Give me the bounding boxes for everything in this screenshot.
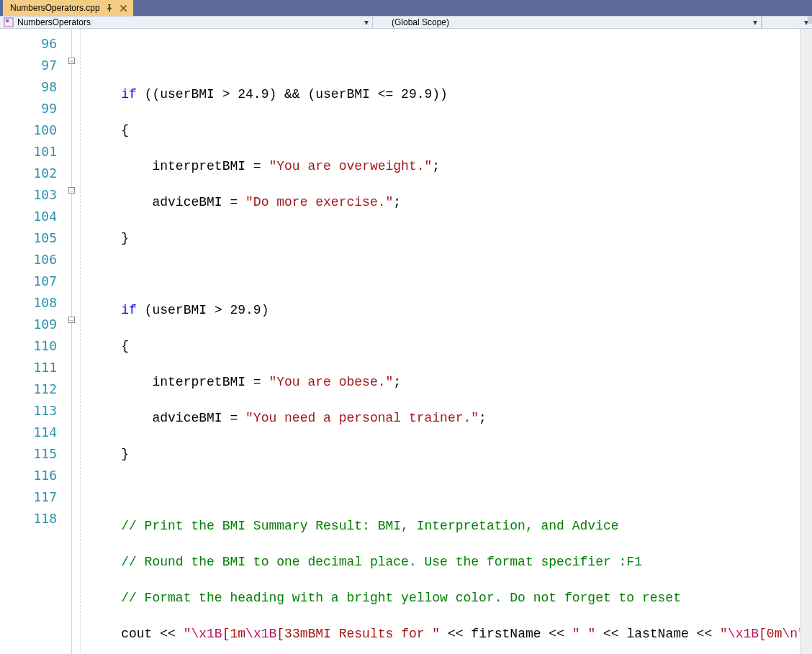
navigation-bar: NumbersOperators ▾ (Global Scope) ▾ ▾ (0, 16, 812, 29)
line-number: 104 (0, 206, 67, 227)
line-number: 115 (0, 443, 67, 465)
code-editor[interactable]: 96 97 98 99 100 101 102 103 104 105 106 … (0, 29, 812, 654)
line-number: 105 (0, 227, 67, 249)
chevron-down-icon: ▾ (749, 17, 761, 27)
close-icon[interactable] (119, 3, 129, 13)
line-number: 99 (0, 98, 67, 119)
fold-toggle[interactable]: – (68, 58, 75, 64)
fold-toggle[interactable]: – (68, 187, 75, 194)
pin-icon[interactable] (104, 3, 114, 13)
class-name: NumbersOperators (17, 17, 91, 27)
vertical-scrollbar[interactable] (800, 29, 812, 654)
line-number: 117 (0, 486, 67, 508)
line-number: 116 (0, 465, 67, 486)
line-number: 106 (0, 249, 67, 271)
scope-dropdown[interactable]: (Global Scope) ▾ (373, 17, 762, 28)
line-number: 100 (0, 119, 67, 141)
chevron-down-icon: ▾ (361, 17, 372, 27)
line-number: 118 (0, 508, 67, 530)
line-number: 108 (0, 292, 67, 314)
line-number: 102 (0, 163, 67, 184)
document-tab[interactable]: NumbersOperators.cpp (3, 0, 133, 16)
line-number: 111 (0, 357, 67, 378)
splitter-handle[interactable] (808, 17, 812, 24)
outline-column: – – – (67, 29, 90, 654)
line-number: 113 (0, 400, 67, 422)
svg-rect-1 (6, 19, 9, 22)
line-number: 97 (0, 55, 67, 76)
tab-title: NumbersOperators.cpp (10, 3, 100, 13)
line-number: 112 (0, 378, 67, 400)
fold-toggle[interactable]: – (68, 317, 75, 323)
line-number: 107 (0, 271, 67, 292)
line-number: 101 (0, 141, 67, 163)
line-number: 110 (0, 335, 67, 357)
line-number: 103 (0, 184, 67, 206)
member-dropdown[interactable]: ▾ (762, 17, 812, 28)
line-number: 96 (0, 33, 67, 55)
line-number: 109 (0, 314, 67, 335)
line-number: 114 (0, 422, 67, 443)
class-icon (3, 17, 14, 28)
scope-name: (Global Scope) (392, 17, 449, 27)
tab-bar: NumbersOperators.cpp (0, 0, 812, 16)
class-dropdown[interactable]: NumbersOperators ▾ (0, 17, 373, 28)
line-number: 98 (0, 76, 67, 98)
code-area[interactable]: if ((userBMI > 24.9) && (userBMI <= 29.9… (90, 29, 812, 654)
line-number-gutter: 96 97 98 99 100 101 102 103 104 105 106 … (0, 29, 67, 654)
